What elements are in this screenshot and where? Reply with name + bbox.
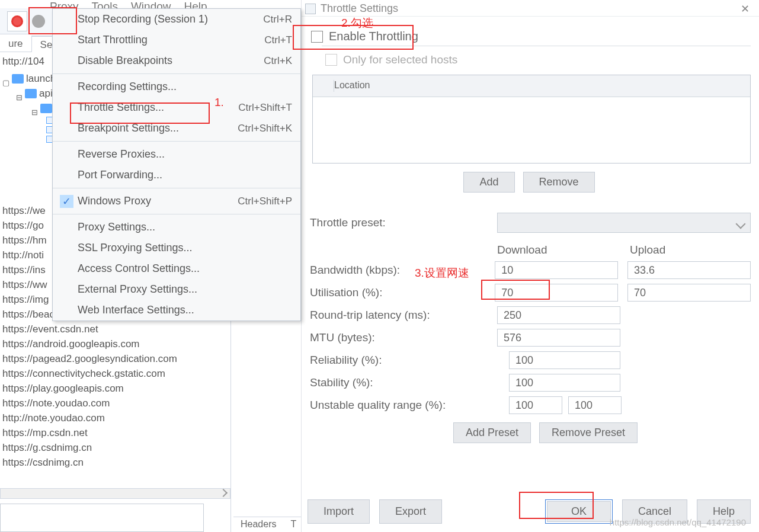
unstable-range-low-input[interactable] [509,396,562,414]
tree-url[interactable]: https://event.csdn.net [2,322,98,336]
menu-access-control-settings[interactable]: Access Control Settings... [53,258,300,279]
bandwidth-download-input[interactable] [495,261,618,279]
utilisation-label: Utilisation (%): [308,286,495,299]
tree-url[interactable]: https://android.googleapis.com [2,336,140,351]
watermark: https://blog.csdn.net/qq_41472190 [610,517,746,527]
dialog-title: Throttle Settings [321,2,398,15]
tree-url[interactable]: http://note.youdao.com [2,411,105,425]
menu-port-forwarding[interactable]: Port Forwarding... [53,165,300,185]
folder-icon [25,89,37,98]
shortcut: Ctrl+K [264,55,292,67]
detail-tabs[interactable]: Headers T [233,517,305,532]
shortcut: Ctrl+Shift+P [238,196,292,207]
reliability-label: Reliability (%): [308,354,497,367]
tree-url[interactable]: https://csdnimg.cn [2,455,84,470]
dialog-titlebar[interactable]: Throttle Settings ✕ [302,0,759,17]
annotation-box-1 [70,102,210,124]
throttle-settings-dialog: Throttle Settings ✕ Enable Throttling On… [301,0,759,532]
menu-external-proxy-settings[interactable]: External Proxy Settings... [53,279,300,300]
tree-item[interactable]: api [39,86,53,101]
bandwidth-upload-input[interactable] [627,261,751,279]
reliability-input[interactable] [509,351,620,369]
upload-header: Upload [630,243,665,257]
add-preset-button[interactable]: Add Preset [453,422,531,443]
separator [53,214,300,214]
rtt-input[interactable] [497,306,620,324]
horizontal-scrollbar[interactable] [0,488,230,499]
menu-disable-breakpoints[interactable]: Disable BreakpointsCtrl+K [53,50,300,71]
menu-reverse-proxies[interactable]: Reverse Proxies... [53,144,300,165]
remove-preset-button[interactable]: Remove Preset [539,422,638,443]
separator [53,141,300,142]
tree-url[interactable]: https://ins [2,262,46,277]
annotation-text-3: 3.设置网速 [415,265,469,281]
throttle-preset-select[interactable] [497,213,751,233]
stability-input[interactable] [509,374,620,392]
tree-url[interactable]: https://we [2,203,46,218]
import-button[interactable]: Import [308,499,370,524]
proxy-menu[interactable]: Stop Recording (Session 1)Ctrl+R Start T… [52,8,301,321]
add-button[interactable]: Add [463,172,514,193]
location-column-header: Location [334,80,370,92]
menu-start-throttling[interactable]: Start ThrottlingCtrl+T [53,30,300,50]
address-root: http://104 [0,55,47,69]
separator [53,188,300,188]
utilisation-upload-input[interactable] [627,284,751,302]
tree-url[interactable]: https://mp.csdn.net [2,425,88,440]
annotation-box-record [28,7,77,34]
shortcut: Ctrl+R [263,14,292,25]
annotation-text-2: 2.勾选 [341,15,373,31]
only-selected-checkbox[interactable] [325,54,337,66]
annotation-text-1: 1. [214,96,224,109]
menu-recording-settings[interactable]: Recording Settings... [53,76,300,97]
tab-structure[interactable]: ure [0,36,32,52]
tab-headers[interactable]: Headers [233,517,283,532]
unstable-range-label: Unstable quality range (%): [308,399,497,412]
tree-url[interactable]: http://noti [2,248,44,262]
throttle-preset-label: Throttle preset: [308,216,497,229]
stability-label: Stability (%): [308,376,497,389]
close-icon[interactable]: ✕ [736,2,754,15]
tree-url[interactable]: https://hm [2,233,47,248]
tree-url[interactable]: https://ww [2,277,47,292]
shortcut: Ctrl+Shift+T [238,102,292,114]
shortcut: Ctrl+Shift+K [238,123,292,134]
download-header: Download [497,243,630,257]
menu-stop-recording[interactable]: Stop Recording (Session 1)Ctrl+R [53,9,300,30]
menu-windows-proxy[interactable]: Windows ProxyCtrl+Shift+P [53,191,300,211]
menu-ssl-settings[interactable]: SSL Proxying Settings... [53,238,300,258]
remove-button[interactable]: Remove [523,172,595,193]
tree-url[interactable]: https://img [2,292,49,307]
rtt-label: Round-trip latency (ms): [308,309,497,322]
only-selected-label: Only for selected hosts [343,53,457,66]
folder-icon [12,74,24,84]
record-button[interactable] [7,11,27,31]
mtu-label: MTU (bytes): [308,331,497,344]
tree-url[interactable]: https://play.googleapis.com [2,381,124,396]
export-button[interactable]: Export [379,499,442,524]
folder-icon [40,104,52,113]
shortcut: Ctrl+T [264,34,292,46]
annotation-box-ok [519,492,594,519]
annotation-box-3 [481,280,550,300]
tree-url[interactable]: https://note.youdao.com [2,396,110,411]
menu-proxy-settings[interactable]: Proxy Settings... [53,217,300,238]
app-icon [305,4,316,14]
tree-url[interactable]: https://go [2,218,44,233]
unstable-range-high-input[interactable] [568,396,622,414]
tree-url[interactable]: https://connectivitycheck.gstatic.com [2,366,165,381]
separator [53,73,300,74]
tree-url[interactable]: https://pagead2.googlesyndication.com [2,351,177,366]
mtu-input[interactable] [497,329,620,347]
location-list[interactable]: Location [312,75,751,164]
tree-url[interactable]: https://g.csdnimg.cn [2,440,92,455]
record-icon [11,15,23,27]
filter-input[interactable] [0,504,204,532]
menu-web-interface-settings[interactable]: Web Interface Settings... [53,300,300,321]
